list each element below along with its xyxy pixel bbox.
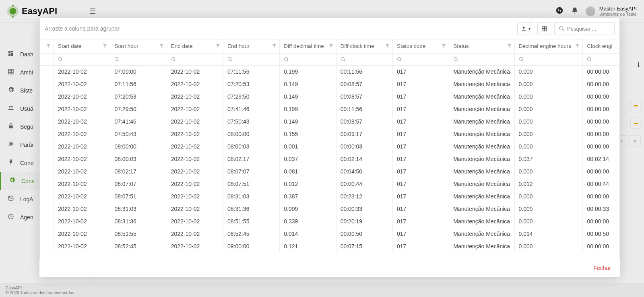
column-chooser-button[interactable] bbox=[537, 22, 551, 23]
export-button[interactable]: ▾ bbox=[517, 22, 534, 23]
data-grid-modal: Arraste a coluna para agrupar ▾ bbox=[39, 18, 620, 23]
group-panel[interactable]: Arraste a coluna para agrupar ▾ bbox=[40, 18, 619, 23]
search-input[interactable] bbox=[554, 22, 615, 23]
grid-container: Arraste a coluna para agrupar ▾ bbox=[39, 18, 620, 23]
